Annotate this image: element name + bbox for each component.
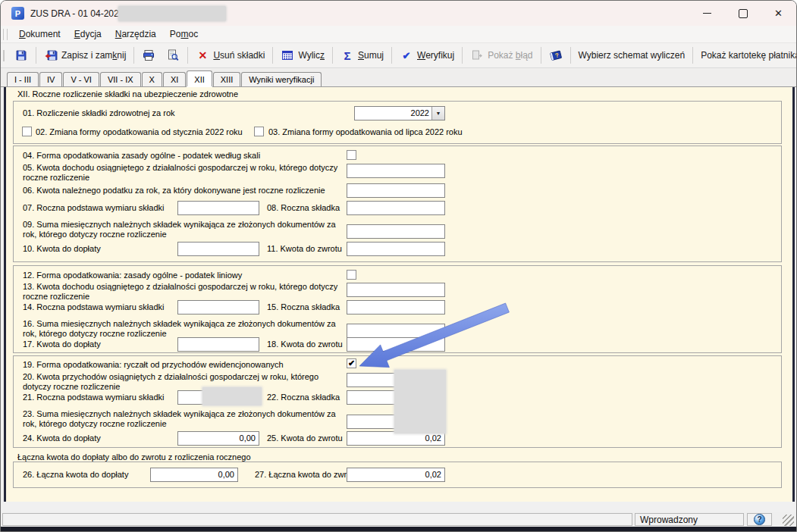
tab-xiii[interactable]: XIII [213, 72, 241, 86]
red-x-icon: ✕ [196, 49, 209, 61]
tab-v-vi[interactable]: V - VI [63, 72, 99, 86]
calculate-button[interactable]: Wylicz [275, 45, 330, 65]
redaction-blur [118, 6, 226, 21]
tab-page-xii: XII. Roczne rozliczenie składki na ubezp… [4, 87, 795, 502]
field-27-input[interactable]: 0,02 [347, 468, 445, 482]
window-frame-strip [1, 527, 796, 532]
document-status: Wprowadzony [640, 515, 698, 525]
field-05-label: 05. Kwota dochodu osiągniętego z działal… [23, 163, 347, 183]
chevron-down-icon: ▼ [436, 111, 441, 116]
resize-grip[interactable] [783, 515, 794, 526]
menu-pomoc[interactable]: Pomoc [163, 27, 205, 41]
calculate-label: Wylicz [298, 50, 325, 61]
show-error-button: Pokaż błąd [465, 45, 538, 65]
field-22-label: 22. Roczna składka [267, 393, 340, 402]
group-flat-tax: 12. Forma opodatkowania: zasady ogólne -… [13, 265, 782, 353]
save-and-close-button[interactable]: Zapisz i zamknij [39, 45, 131, 65]
field-01-year-value: 2022 [355, 107, 431, 120]
field-15-input[interactable] [347, 300, 445, 315]
help-icon[interactable]: ? [754, 514, 765, 525]
field-08-label: 08. Roczna składka [267, 203, 340, 213]
field-10-input[interactable] [177, 242, 259, 256]
print-preview-icon [166, 49, 180, 61]
print-button[interactable] [136, 45, 161, 65]
field-07-input[interactable] [177, 201, 259, 215]
toolbar-gripper[interactable] [3, 29, 8, 40]
redaction-blur [202, 387, 262, 405]
field-12-checkbox[interactable] [347, 270, 356, 280]
field-23-label: 23. Suma miesięcznych należnych składek … [23, 409, 347, 429]
window-controls: ✕ [689, 1, 796, 26]
field-13-label: 13. Kwota dochodu osiągniętego z działal… [23, 282, 347, 302]
field-05-input[interactable] [347, 164, 445, 178]
save-close-icon [44, 49, 58, 61]
show-payer-card-label: Pokaż kartotekę płatnika [701, 50, 797, 61]
minimize-icon [703, 13, 711, 14]
status-bar: Wprowadzony ? [1, 512, 796, 527]
field-13-input[interactable] [347, 283, 445, 297]
field-19-label: 19. Forma opodatkowania: ryczałt od przy… [23, 360, 284, 370]
field-03-label: 03. Zmiana formy opodatkowania od lipca … [268, 127, 463, 137]
field-06-input[interactable] [347, 183, 445, 198]
field-18-input[interactable] [347, 337, 445, 352]
field-14-input[interactable] [177, 300, 259, 315]
menu-narzedzia[interactable]: Narzędzia [108, 27, 163, 41]
field-16-input[interactable] [347, 324, 445, 338]
toolbar-separator [541, 47, 541, 64]
minimize-button[interactable] [689, 1, 725, 26]
checkmark-icon: ✔ [400, 49, 413, 61]
tab-xii[interactable]: XII [187, 70, 212, 86]
status-panel-main [2, 513, 632, 526]
show-payer-card-button[interactable]: Pokaż kartotekę płatnika [695, 45, 797, 65]
help-book-icon: ? [549, 49, 563, 61]
field-11-input[interactable] [347, 242, 445, 256]
tab-xi[interactable]: XI [163, 72, 186, 86]
window-title: ZUS DRA - 01 04-2023 - [30, 8, 130, 19]
app-window: P ZUS DRA - 01 04-2023 - ✕ Dokument Edyc… [0, 0, 797, 532]
field-26-input[interactable]: 0,00 [150, 468, 238, 482]
menu-bar: Dokument Edycja Narzędzia Pomoc [1, 26, 796, 43]
titlebar: P ZUS DRA - 01 04-2023 - ✕ [1, 1, 796, 26]
field-04-checkbox[interactable] [347, 150, 356, 160]
verify-button[interactable]: ✔ Weryfikuj [394, 45, 460, 65]
toolbar-separator [133, 47, 134, 64]
help-book-button[interactable]: ? [544, 45, 568, 65]
print-preview-button[interactable] [161, 45, 185, 65]
field-09-input[interactable] [347, 224, 445, 239]
field-01-year-select[interactable]: 2022 ▼ [354, 106, 445, 120]
field-01-label: 01. Rozliczenie składki zdrowotnej za ro… [23, 108, 175, 118]
sum-label: Sumuj [358, 50, 384, 61]
save-button[interactable] [9, 45, 33, 65]
choose-calculation-scheme-button[interactable]: Wybierz schemat wyliczeń [573, 45, 691, 65]
toolbar-gripper[interactable] [3, 50, 5, 61]
tab-wyniki-weryfikacji[interactable]: Wyniki weryfikacji [241, 72, 322, 86]
field-02-checkbox[interactable] [22, 127, 32, 136]
field-08-input[interactable] [347, 201, 445, 215]
delete-contributions-button[interactable]: ✕ Usuń składki [190, 45, 270, 65]
field-03-checkbox[interactable] [254, 127, 264, 136]
toolbar-separator [187, 47, 188, 64]
tab-iv[interactable]: IV [39, 72, 62, 86]
sigma-icon: Σ [340, 49, 354, 61]
field-14-label: 14. Roczna podstawa wymiaru składki [23, 302, 164, 312]
maximize-icon [739, 9, 748, 18]
menu-dokument[interactable]: Dokument [12, 27, 67, 41]
field-15-label: 15. Roczna składka [267, 302, 340, 312]
section-title: XII. Roczne rozliczenie składki na ubezp… [17, 89, 238, 99]
close-button[interactable]: ✕ [761, 1, 796, 26]
delete-contributions-label: Usuń składki [213, 50, 265, 61]
field-02-label: 02. Zmiana formy opodatkowania od styczn… [36, 127, 243, 137]
sum-button[interactable]: Σ Sumuj [335, 45, 389, 65]
tab-vii-ix[interactable]: VII - IX [100, 72, 141, 86]
menu-edycja[interactable]: Edycja [67, 27, 108, 41]
maximize-button[interactable] [725, 1, 761, 26]
tab-i-iii[interactable]: I - III [7, 72, 39, 86]
field-17-input[interactable] [177, 337, 259, 352]
toolbar-separator [332, 47, 333, 64]
field-18-label: 18. Kwota do zwrotu [267, 340, 343, 349]
dropdown-button[interactable]: ▼ [431, 107, 444, 120]
field-24-input[interactable]: 0,00 [177, 431, 259, 446]
toolbar-separator [272, 47, 273, 64]
tab-x[interactable]: X [142, 72, 162, 86]
field-19-checkbox[interactable]: ✔ [347, 358, 356, 368]
